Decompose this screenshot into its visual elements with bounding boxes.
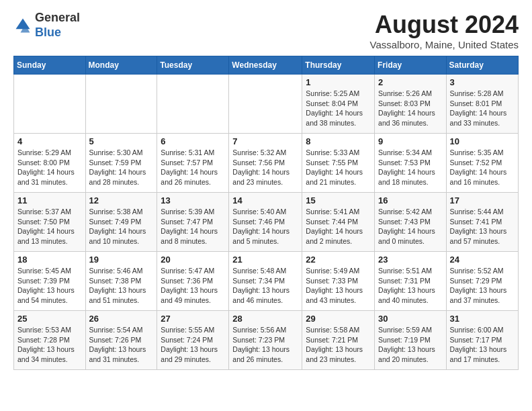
day-number: 3 [450, 77, 515, 87]
calendar-week-row: 18Sunrise: 5:45 AM Sunset: 7:39 PM Dayli… [14, 252, 519, 311]
day-info: Sunrise: 5:47 AM Sunset: 7:36 PM Dayligh… [161, 266, 225, 306]
page-header: General Blue August 2024 Vassalboro, Mai… [13, 11, 519, 50]
day-number: 24 [450, 255, 515, 265]
calendar-day-cell: 20Sunrise: 5:47 AM Sunset: 7:36 PM Dayli… [157, 252, 229, 311]
month-year-title: August 2024 [369, 11, 519, 39]
day-info: Sunrise: 5:41 AM Sunset: 7:44 PM Dayligh… [306, 207, 371, 246]
day-number: 8 [306, 136, 371, 146]
calendar-header: SundayMondayTuesdayWednesdayThursdayFrid… [14, 56, 519, 75]
day-number: 6 [161, 136, 225, 146]
calendar-day-cell: 22Sunrise: 5:49 AM Sunset: 7:33 PM Dayli… [302, 252, 375, 311]
day-info: Sunrise: 5:30 AM Sunset: 7:59 PM Dayligh… [89, 148, 154, 187]
calendar-week-row: 4Sunrise: 5:29 AM Sunset: 8:00 PM Daylig… [14, 134, 519, 193]
day-info: Sunrise: 5:52 AM Sunset: 7:29 PM Dayligh… [450, 266, 515, 306]
day-info: Sunrise: 5:46 AM Sunset: 7:38 PM Dayligh… [89, 266, 154, 306]
title-area: August 2024 Vassalboro, Maine, United St… [369, 11, 519, 50]
day-info: Sunrise: 5:28 AM Sunset: 8:01 PM Dayligh… [450, 89, 515, 128]
day-of-week-header: Thursday [302, 56, 375, 75]
day-number: 16 [378, 195, 443, 205]
day-of-week-header: Saturday [446, 56, 518, 75]
day-info: Sunrise: 5:40 AM Sunset: 7:46 PM Dayligh… [232, 207, 298, 246]
day-number: 22 [306, 255, 371, 265]
calendar-day-cell: 1Sunrise: 5:25 AM Sunset: 8:04 PM Daylig… [302, 75, 375, 134]
day-info: Sunrise: 5:49 AM Sunset: 7:33 PM Dayligh… [306, 266, 371, 306]
calendar-day-cell: 25Sunrise: 5:53 AM Sunset: 7:28 PM Dayli… [14, 311, 86, 370]
calendar-week-row: 25Sunrise: 5:53 AM Sunset: 7:28 PM Dayli… [14, 311, 519, 370]
day-number: 5 [89, 136, 154, 146]
day-info: Sunrise: 5:32 AM Sunset: 7:56 PM Dayligh… [232, 148, 298, 187]
calendar-day-cell: 24Sunrise: 5:52 AM Sunset: 7:29 PM Dayli… [446, 252, 518, 311]
day-number: 28 [232, 314, 298, 324]
day-info: Sunrise: 5:38 AM Sunset: 7:49 PM Dayligh… [89, 207, 154, 246]
day-number: 25 [17, 314, 82, 324]
day-number: 20 [161, 255, 225, 265]
calendar-day-cell: 12Sunrise: 5:38 AM Sunset: 7:49 PM Dayli… [85, 193, 157, 252]
day-info: Sunrise: 5:29 AM Sunset: 8:00 PM Dayligh… [17, 148, 82, 187]
calendar-day-cell: 8Sunrise: 5:33 AM Sunset: 7:55 PM Daylig… [302, 134, 375, 193]
calendar-day-cell: 9Sunrise: 5:34 AM Sunset: 7:53 PM Daylig… [375, 134, 447, 193]
day-info: Sunrise: 5:33 AM Sunset: 7:55 PM Dayligh… [306, 148, 371, 187]
day-number: 17 [450, 195, 515, 205]
day-number: 13 [161, 195, 225, 205]
day-info: Sunrise: 5:54 AM Sunset: 7:26 PM Dayligh… [89, 325, 154, 365]
day-of-week-header: Wednesday [229, 56, 302, 75]
header-row: SundayMondayTuesdayWednesdayThursdayFrid… [14, 56, 519, 75]
day-number: 21 [232, 255, 298, 265]
calendar-day-cell [157, 75, 229, 134]
day-number: 23 [378, 255, 443, 265]
calendar-day-cell: 10Sunrise: 5:35 AM Sunset: 7:52 PM Dayli… [446, 134, 518, 193]
day-number: 12 [89, 195, 154, 205]
day-number: 27 [161, 314, 225, 324]
day-info: Sunrise: 5:44 AM Sunset: 7:41 PM Dayligh… [450, 207, 515, 246]
calendar-day-cell: 4Sunrise: 5:29 AM Sunset: 8:00 PM Daylig… [14, 134, 86, 193]
calendar-day-cell: 23Sunrise: 5:51 AM Sunset: 7:31 PM Dayli… [375, 252, 447, 311]
calendar-day-cell: 2Sunrise: 5:26 AM Sunset: 8:03 PM Daylig… [375, 75, 447, 134]
day-info: Sunrise: 5:37 AM Sunset: 7:50 PM Dayligh… [17, 207, 82, 246]
calendar-day-cell [229, 75, 302, 134]
calendar-day-cell: 19Sunrise: 5:46 AM Sunset: 7:38 PM Dayli… [85, 252, 157, 311]
day-info: Sunrise: 5:48 AM Sunset: 7:34 PM Dayligh… [232, 266, 298, 306]
logo-text: General Blue [35, 11, 80, 40]
day-info: Sunrise: 5:45 AM Sunset: 7:39 PM Dayligh… [17, 266, 82, 306]
day-number: 7 [232, 136, 298, 146]
day-info: Sunrise: 5:31 AM Sunset: 7:57 PM Dayligh… [161, 148, 225, 187]
day-info: Sunrise: 6:00 AM Sunset: 7:17 PM Dayligh… [450, 325, 515, 365]
day-info: Sunrise: 5:26 AM Sunset: 8:03 PM Dayligh… [378, 89, 443, 128]
day-number: 29 [306, 314, 371, 324]
day-info: Sunrise: 5:58 AM Sunset: 7:21 PM Dayligh… [306, 325, 371, 365]
day-number: 9 [378, 136, 443, 146]
day-info: Sunrise: 5:59 AM Sunset: 7:19 PM Dayligh… [378, 325, 443, 365]
day-number: 19 [89, 255, 154, 265]
calendar-day-cell: 27Sunrise: 5:55 AM Sunset: 7:24 PM Dayli… [157, 311, 229, 370]
day-number: 2 [378, 77, 443, 87]
calendar-day-cell: 14Sunrise: 5:40 AM Sunset: 7:46 PM Dayli… [229, 193, 302, 252]
day-info: Sunrise: 5:34 AM Sunset: 7:53 PM Dayligh… [378, 148, 443, 187]
calendar-day-cell: 7Sunrise: 5:32 AM Sunset: 7:56 PM Daylig… [229, 134, 302, 193]
calendar-day-cell: 13Sunrise: 5:39 AM Sunset: 7:47 PM Dayli… [157, 193, 229, 252]
day-number: 26 [89, 314, 154, 324]
calendar-day-cell: 21Sunrise: 5:48 AM Sunset: 7:34 PM Dayli… [229, 252, 302, 311]
calendar-week-row: 1Sunrise: 5:25 AM Sunset: 8:04 PM Daylig… [14, 75, 519, 134]
day-number: 15 [306, 195, 371, 205]
day-number: 30 [378, 314, 443, 324]
calendar-day-cell: 17Sunrise: 5:44 AM Sunset: 7:41 PM Dayli… [446, 193, 518, 252]
day-number: 31 [450, 314, 515, 324]
calendar-day-cell: 16Sunrise: 5:42 AM Sunset: 7:43 PM Dayli… [375, 193, 447, 252]
calendar-week-row: 11Sunrise: 5:37 AM Sunset: 7:50 PM Dayli… [14, 193, 519, 252]
calendar-day-cell [14, 75, 86, 134]
day-info: Sunrise: 5:56 AM Sunset: 7:23 PM Dayligh… [232, 325, 298, 365]
calendar-day-cell: 28Sunrise: 5:56 AM Sunset: 7:23 PM Dayli… [229, 311, 302, 370]
location-subtitle: Vassalboro, Maine, United States [369, 39, 519, 50]
day-number: 1 [306, 77, 371, 87]
calendar-day-cell: 6Sunrise: 5:31 AM Sunset: 7:57 PM Daylig… [157, 134, 229, 193]
calendar-body: 1Sunrise: 5:25 AM Sunset: 8:04 PM Daylig… [14, 75, 519, 370]
day-of-week-header: Monday [85, 56, 157, 75]
day-of-week-header: Tuesday [157, 56, 229, 75]
calendar-day-cell: 29Sunrise: 5:58 AM Sunset: 7:21 PM Dayli… [302, 311, 375, 370]
day-info: Sunrise: 5:25 AM Sunset: 8:04 PM Dayligh… [306, 89, 371, 128]
calendar-day-cell [85, 75, 157, 134]
calendar-day-cell: 3Sunrise: 5:28 AM Sunset: 8:01 PM Daylig… [446, 75, 518, 134]
day-of-week-header: Friday [375, 56, 447, 75]
calendar-day-cell: 30Sunrise: 5:59 AM Sunset: 7:19 PM Dayli… [375, 311, 447, 370]
calendar-day-cell: 5Sunrise: 5:30 AM Sunset: 7:59 PM Daylig… [85, 134, 157, 193]
